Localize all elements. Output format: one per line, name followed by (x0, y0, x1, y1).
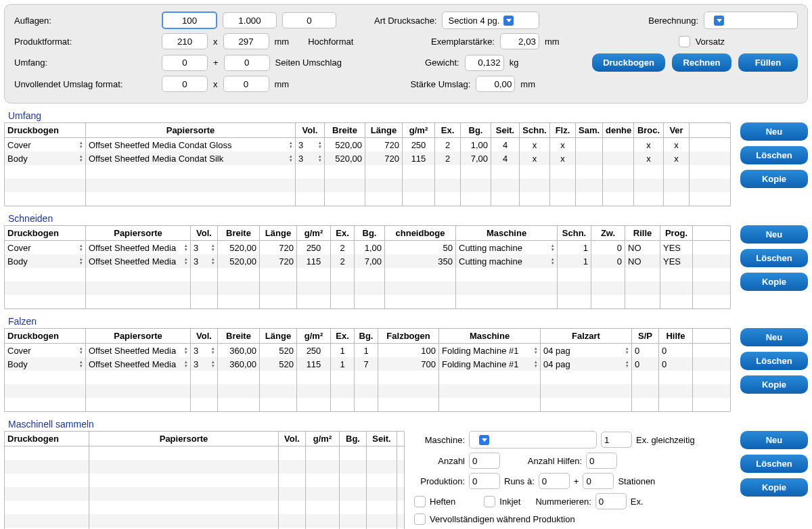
table-row (5, 281, 730, 295)
stepper-icon[interactable]: ▴▾ (626, 346, 629, 354)
table-row (5, 501, 404, 514)
stepper-icon[interactable]: ▴▾ (185, 346, 187, 354)
maschine-select[interactable] (469, 431, 597, 448)
berechnung-select[interactable] (704, 12, 798, 29)
produktion-label: Produktion: (414, 476, 465, 486)
inkjet-checkbox[interactable] (484, 496, 495, 507)
table-row (5, 179, 730, 192)
anzahl-input[interactable] (469, 453, 500, 469)
nummerieren-input[interactable] (595, 493, 627, 509)
stepper-icon[interactable]: ▴▾ (80, 154, 83, 162)
stepper-icon[interactable]: ▴▾ (80, 257, 83, 265)
stepper-icon[interactable]: ▴▾ (551, 257, 554, 265)
maschine-label: Maschine: (414, 435, 465, 445)
umfang-a[interactable] (162, 55, 208, 71)
vorsatz-label: Vorsatz (696, 37, 725, 47)
unvoll-h[interactable] (223, 76, 269, 92)
umfang-title: Umfang (8, 110, 808, 121)
vervoll-checkbox[interactable] (414, 513, 426, 525)
sammeln-kopie[interactable]: Kopie (740, 478, 808, 497)
chevron-down-icon (714, 16, 724, 26)
stepper-icon[interactable]: ▴▾ (80, 360, 83, 368)
auflagen-1[interactable] (162, 12, 217, 29)
vorsatz-checkbox[interactable] (679, 36, 690, 47)
hilfen-input[interactable] (586, 453, 617, 469)
table-row (5, 371, 730, 384)
produktion-input[interactable] (469, 473, 500, 489)
stepper-icon[interactable]: ▴▾ (535, 346, 537, 354)
produkt-width[interactable] (162, 33, 208, 49)
table-row (5, 192, 730, 206)
falzen-section: Falzen DruckbogenPapiersorteVol.BreiteLä… (4, 312, 808, 412)
staerke[interactable] (476, 76, 515, 92)
table-row (5, 295, 730, 308)
auflagen-2[interactable] (223, 12, 277, 28)
stepper-icon[interactable]: ▴▾ (212, 346, 215, 354)
heften-checkbox[interactable] (414, 496, 426, 507)
stepper-icon[interactable]: ▴▾ (319, 154, 321, 162)
stepper-icon[interactable]: ▴▾ (80, 141, 83, 149)
stepper-icon[interactable]: ▴▾ (185, 244, 187, 252)
stationen-label: Stationen (618, 476, 655, 486)
chevron-down-icon (503, 16, 514, 26)
falzen-loeschen[interactable]: Löschen (740, 352, 808, 370)
umfang-grid: DruckbogenPapiersorteVol.BreiteLängeg/m²… (4, 122, 731, 206)
ex-gleich-input[interactable] (601, 432, 632, 448)
schneiden-kopie[interactable]: Kopie (740, 273, 808, 291)
unvoll-w[interactable] (162, 76, 208, 92)
umfang-loeschen[interactable]: Löschen (740, 146, 808, 164)
sammeln-form: Maschine: Ex. gleichzeitig Anzahl Anzahl… (414, 431, 731, 529)
berechnung-label: Berechnung: (648, 16, 698, 26)
falzen-grid: DruckbogenPapiersorteVol.BreiteLängeg/m²… (4, 328, 731, 412)
table-row[interactable]: Body▴▾Offset Sheetfed Media Condat Silk▴… (5, 152, 730, 165)
stepper-icon[interactable]: ▴▾ (80, 346, 83, 354)
table-row (5, 268, 730, 281)
umfang-kopie[interactable]: Kopie (740, 170, 808, 188)
sammeln-neu[interactable]: Neu (740, 431, 808, 449)
produkt-height[interactable] (223, 33, 269, 49)
stepper-icon[interactable]: ▴▾ (212, 244, 215, 252)
table-row[interactable]: Cover▴▾Offset Sheetfed Media▴▾3▴▾520,007… (5, 241, 730, 254)
stepper-icon[interactable]: ▴▾ (290, 154, 292, 162)
rechnen-button[interactable]: Rechnen (672, 53, 731, 72)
umfang-neu[interactable]: Neu (740, 122, 808, 141)
schneiden-loeschen[interactable]: Löschen (740, 249, 808, 267)
auflagen-label: Auflagen: (14, 16, 156, 26)
druckbogen-button[interactable]: Druckbogen (592, 53, 665, 72)
table-row[interactable]: Body▴▾Offset Sheetfed Media▴▾3▴▾520,0072… (5, 254, 730, 268)
table-row (5, 165, 730, 179)
stepper-icon[interactable]: ▴▾ (80, 244, 83, 252)
schneiden-title: Schneiden (8, 213, 808, 224)
runs-label: Runs à: (504, 476, 535, 486)
umfang-b[interactable] (224, 55, 270, 71)
stepper-icon[interactable]: ▴▾ (212, 360, 215, 368)
unvoll-label: Unvollendet Umslag format: (14, 79, 156, 89)
art-select[interactable]: Section 4 pg. (442, 12, 539, 29)
exemplarstaerke[interactable] (500, 33, 539, 49)
stepper-icon[interactable]: ▴▾ (185, 257, 187, 265)
runs-input[interactable] (539, 473, 570, 489)
stepper-icon[interactable]: ▴▾ (290, 141, 292, 149)
exemplarstaerke-label: Exemplarstärke: (410, 37, 495, 47)
stepper-icon[interactable]: ▴▾ (185, 360, 187, 368)
table-row (5, 384, 730, 398)
table-row (5, 398, 730, 411)
seiten-umslag: Seiten Umschlag (275, 58, 342, 68)
sammeln-loeschen[interactable]: Löschen (740, 455, 808, 473)
stepper-icon[interactable]: ▴▾ (212, 257, 215, 265)
table-row[interactable]: Cover▴▾Offset Sheetfed Media▴▾3▴▾360,005… (5, 344, 730, 357)
sammeln-grid: DruckbogenPapiersorteVol.g/m²Bg.Seit. (4, 431, 405, 529)
runs2-input[interactable] (583, 473, 614, 489)
falzen-neu[interactable]: Neu (740, 328, 808, 346)
schneiden-neu[interactable]: Neu (740, 225, 808, 244)
table-row[interactable]: Cover▴▾Offset Sheetfed Media Condat Glos… (5, 138, 730, 152)
table-row[interactable]: Body▴▾Offset Sheetfed Media▴▾3▴▾360,0052… (5, 357, 730, 371)
stepper-icon[interactable]: ▴▾ (551, 244, 554, 252)
stepper-icon[interactable]: ▴▾ (319, 141, 321, 149)
fullen-button[interactable]: Füllen (738, 53, 798, 72)
stepper-icon[interactable]: ▴▾ (535, 360, 537, 368)
gewicht[interactable] (465, 55, 504, 71)
auflagen-3[interactable] (282, 12, 336, 28)
stepper-icon[interactable]: ▴▾ (626, 360, 629, 368)
falzen-kopie[interactable]: Kopie (740, 375, 808, 394)
